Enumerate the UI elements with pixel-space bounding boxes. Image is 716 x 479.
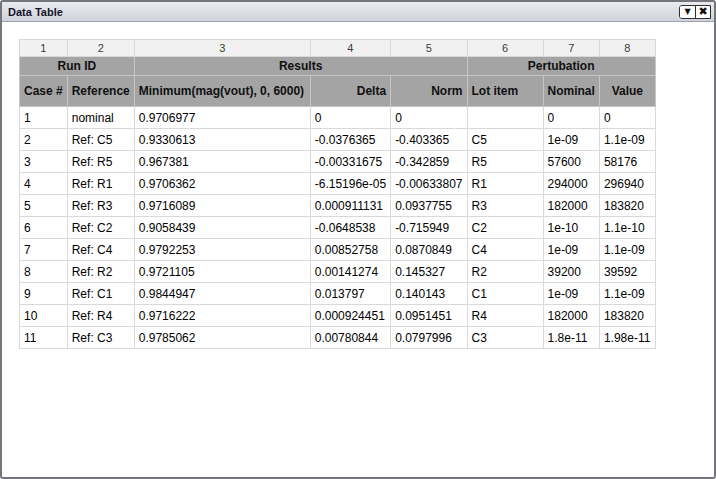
- table-cell: 0.967381: [134, 151, 310, 173]
- table-row[interactable]: 1nominal0.97069770000: [20, 107, 656, 129]
- table-row[interactable]: 6Ref: C20.9058439-0.0648538-0.715949C21e…: [20, 217, 656, 239]
- column-header[interactable]: Case #: [20, 76, 68, 107]
- table-row[interactable]: 3Ref: R50.967381-0.00331675-0.342859R557…: [20, 151, 656, 173]
- column-header[interactable]: Reference: [67, 76, 134, 107]
- table-row[interactable]: 11Ref: C30.97850620.007808440.0797996C31…: [20, 327, 656, 349]
- table-cell: 0.9330613: [134, 129, 310, 151]
- table-cell: -0.403365: [391, 129, 467, 151]
- column-number-header[interactable]: 3: [134, 40, 310, 57]
- table-cell: 1e-10: [543, 217, 599, 239]
- table-cell: 0.00780844: [310, 327, 390, 349]
- table-cell: 0: [599, 107, 655, 129]
- chevron-down-icon: ▼: [684, 8, 690, 16]
- table-cell: 0.9721105: [134, 261, 310, 283]
- table-cell: 182000: [543, 305, 599, 327]
- table-row[interactable]: 8Ref: R20.97211050.001412740.145327R2392…: [20, 261, 656, 283]
- table-cell: C2: [467, 217, 543, 239]
- table-cell: 0.013797: [310, 283, 390, 305]
- table-cell: 1: [20, 107, 68, 129]
- table-cell: -0.00633807: [391, 173, 467, 195]
- table-cell: 0.000924451: [310, 305, 390, 327]
- window-title: Data Table: [8, 6, 679, 18]
- column-header[interactable]: Delta: [310, 76, 390, 107]
- table-cell: 0.9058439: [134, 217, 310, 239]
- table-cell: 0: [543, 107, 599, 129]
- table-cell: 0: [391, 107, 467, 129]
- table-row[interactable]: 4Ref: R10.9706362-6.15196e-05-0.00633807…: [20, 173, 656, 195]
- table-cell: R2: [467, 261, 543, 283]
- table-cell: 0.9785062: [134, 327, 310, 349]
- table-cell: Ref: C2: [67, 217, 134, 239]
- table-cell: Ref: R1: [67, 173, 134, 195]
- table-cell: Ref: C5: [67, 129, 134, 151]
- column-header[interactable]: Value: [599, 76, 655, 107]
- column-number-header[interactable]: 1: [20, 40, 68, 57]
- close-icon: ✖: [698, 6, 707, 17]
- table-cell: 0.9716222: [134, 305, 310, 327]
- column-header[interactable]: Norm: [391, 76, 467, 107]
- collapse-button[interactable]: ▼: [680, 6, 695, 18]
- table-cell: C3: [467, 327, 543, 349]
- table-cell: 296940: [599, 173, 655, 195]
- window-titlebar[interactable]: Data Table ▼ ✖: [2, 2, 714, 22]
- table-cell: -0.0376365: [310, 129, 390, 151]
- column-number-header[interactable]: 8: [599, 40, 655, 57]
- table-cell: -0.00331675: [310, 151, 390, 173]
- column-header[interactable]: Lot item: [467, 76, 543, 107]
- group-header: Run ID: [20, 57, 135, 76]
- table-cell: 182000: [543, 195, 599, 217]
- table-cell: Ref: C4: [67, 239, 134, 261]
- table-cell: 0.00852758: [310, 239, 390, 261]
- table-body: 1nominal0.970697700002Ref: C50.9330613-0…: [20, 107, 656, 349]
- table-cell: 0.0951451: [391, 305, 467, 327]
- column-number-header[interactable]: 2: [67, 40, 134, 57]
- table-cell: 2: [20, 129, 68, 151]
- table-cell: Ref: R4: [67, 305, 134, 327]
- table-cell: 11: [20, 327, 68, 349]
- close-button[interactable]: ✖: [695, 6, 710, 18]
- table-cell: 0.00141274: [310, 261, 390, 283]
- table-cell: 0.000911131: [310, 195, 390, 217]
- table-cell: 57600: [543, 151, 599, 173]
- table-cell: 9: [20, 283, 68, 305]
- table-cell: Ref: C3: [67, 327, 134, 349]
- column-header[interactable]: Nominal: [543, 76, 599, 107]
- table-cell: R3: [467, 195, 543, 217]
- table-cell: 1.8e-11: [543, 327, 599, 349]
- table-cell: -6.15196e-05: [310, 173, 390, 195]
- table-cell: nominal: [67, 107, 134, 129]
- table-cell: 58176: [599, 151, 655, 173]
- column-number-header[interactable]: 6: [467, 40, 543, 57]
- table-cell: 8: [20, 261, 68, 283]
- table-row[interactable]: 2Ref: C50.9330613-0.0376365-0.403365C51e…: [20, 129, 656, 151]
- table-cell: R4: [467, 305, 543, 327]
- table-cell: 5: [20, 195, 68, 217]
- data-table-window: Data Table ▼ ✖ 12345678 Run IDResultsPer…: [0, 0, 716, 479]
- column-number-header[interactable]: 7: [543, 40, 599, 57]
- group-header-row: Run IDResultsPertubation: [20, 57, 656, 76]
- window-controls: ▼ ✖: [679, 5, 711, 19]
- table-cell: Ref: R5: [67, 151, 134, 173]
- table-cell: 0.9706362: [134, 173, 310, 195]
- table-cell: R5: [467, 151, 543, 173]
- table-row[interactable]: 5Ref: R30.97160890.0009111310.0937755R31…: [20, 195, 656, 217]
- column-number-header[interactable]: 5: [391, 40, 467, 57]
- table-cell: 0.0797996: [391, 327, 467, 349]
- column-header[interactable]: Minimum(mag(vout), 0, 6000): [134, 76, 310, 107]
- table-cell: [467, 107, 543, 129]
- table-cell: 4: [20, 173, 68, 195]
- column-number-header[interactable]: 4: [310, 40, 390, 57]
- table-row[interactable]: 7Ref: C40.97922530.008527580.0870849C41e…: [20, 239, 656, 261]
- table-cell: 0.145327: [391, 261, 467, 283]
- table-row[interactable]: 9Ref: C10.98449470.0137970.140143C11e-09…: [20, 283, 656, 305]
- table-row[interactable]: 10Ref: R40.97162220.0009244510.0951451R4…: [20, 305, 656, 327]
- table-cell: 6: [20, 217, 68, 239]
- data-table: 12345678 Run IDResultsPertubation Case #…: [19, 39, 656, 349]
- table-cell: 0.0937755: [391, 195, 467, 217]
- table-cell: Ref: R3: [67, 195, 134, 217]
- table-cell: 0.140143: [391, 283, 467, 305]
- table-cell: 183820: [599, 305, 655, 327]
- table-cell: 3: [20, 151, 68, 173]
- number-header-row: 12345678: [20, 40, 656, 57]
- table-cell: C4: [467, 239, 543, 261]
